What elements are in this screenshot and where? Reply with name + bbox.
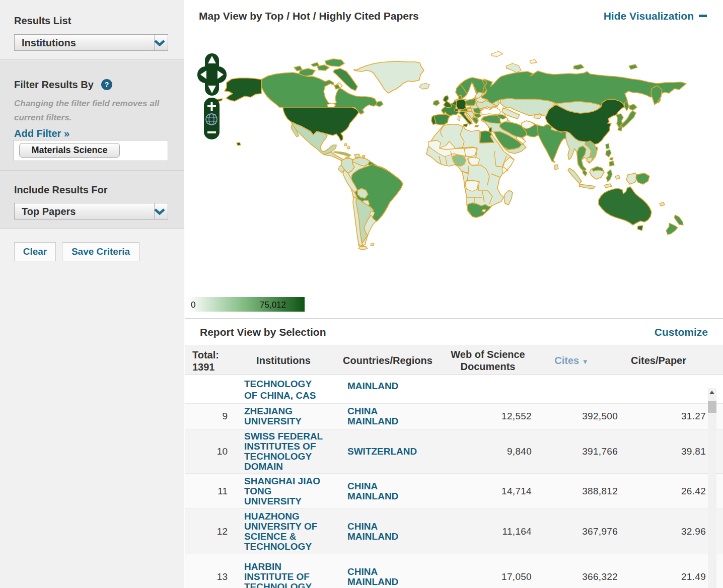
svg-text:75,012: 75,012: [260, 300, 286, 310]
svg-text:0: 0: [191, 300, 195, 310]
